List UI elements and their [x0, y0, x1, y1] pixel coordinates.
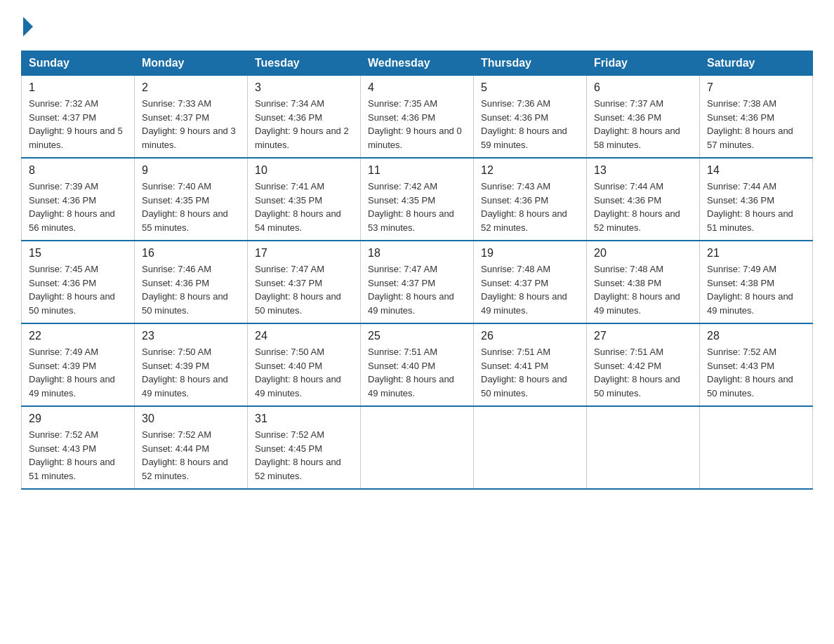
- day-info: Sunrise: 7:49 AMSunset: 4:39 PMDaylight:…: [29, 347, 115, 398]
- day-info: Sunrise: 7:51 AMSunset: 4:40 PMDaylight:…: [368, 347, 454, 398]
- calendar-week-row: 15 Sunrise: 7:45 AMSunset: 4:36 PMDaylig…: [22, 241, 813, 323]
- calendar-cell: 31 Sunrise: 7:52 AMSunset: 4:45 PMDaylig…: [248, 406, 361, 489]
- calendar-cell: 23 Sunrise: 7:50 AMSunset: 4:39 PMDaylig…: [135, 323, 248, 406]
- day-info: Sunrise: 7:52 AMSunset: 4:43 PMDaylight:…: [29, 429, 115, 481]
- calendar-week-row: 1 Sunrise: 7:32 AMSunset: 4:37 PMDayligh…: [22, 76, 813, 159]
- calendar-cell: 10 Sunrise: 7:41 AMSunset: 4:35 PMDaylig…: [248, 158, 361, 241]
- day-number: 9: [142, 164, 240, 177]
- day-info: Sunrise: 7:35 AMSunset: 4:36 PMDaylight:…: [368, 98, 462, 150]
- day-info: Sunrise: 7:38 AMSunset: 4:36 PMDaylight:…: [707, 98, 793, 150]
- day-number: 14: [707, 164, 805, 177]
- day-number: 31: [255, 412, 353, 425]
- calendar-cell: [474, 406, 587, 489]
- calendar-cell: 5 Sunrise: 7:36 AMSunset: 4:36 PMDayligh…: [474, 76, 587, 159]
- day-number: 16: [142, 247, 240, 260]
- calendar-cell: 6 Sunrise: 7:37 AMSunset: 4:36 PMDayligh…: [587, 76, 700, 159]
- day-info: Sunrise: 7:50 AMSunset: 4:40 PMDaylight:…: [255, 347, 341, 398]
- day-number: 24: [255, 330, 353, 342]
- day-info: Sunrise: 7:47 AMSunset: 4:37 PMDaylight:…: [368, 264, 454, 316]
- calendar-cell: 18 Sunrise: 7:47 AMSunset: 4:37 PMDaylig…: [361, 241, 474, 323]
- day-number: 18: [368, 247, 466, 260]
- day-info: Sunrise: 7:44 AMSunset: 4:36 PMDaylight:…: [707, 181, 793, 233]
- day-number: 22: [29, 330, 127, 342]
- calendar-cell: 13 Sunrise: 7:44 AMSunset: 4:36 PMDaylig…: [587, 158, 700, 241]
- day-info: Sunrise: 7:52 AMSunset: 4:43 PMDaylight:…: [707, 347, 793, 398]
- calendar-cell: 9 Sunrise: 7:40 AMSunset: 4:35 PMDayligh…: [135, 158, 248, 241]
- day-number: 19: [481, 247, 579, 260]
- day-info: Sunrise: 7:36 AMSunset: 4:36 PMDaylight:…: [481, 98, 567, 150]
- day-number: 29: [29, 412, 127, 425]
- day-info: Sunrise: 7:50 AMSunset: 4:39 PMDaylight:…: [142, 347, 228, 398]
- calendar-cell: 24 Sunrise: 7:50 AMSunset: 4:40 PMDaylig…: [248, 323, 361, 406]
- calendar-cell: 7 Sunrise: 7:38 AMSunset: 4:36 PMDayligh…: [700, 76, 813, 159]
- calendar-table: Sunday Monday Tuesday Wednesday Thursday…: [21, 51, 813, 490]
- day-number: 6: [594, 81, 692, 94]
- calendar-cell: 2 Sunrise: 7:33 AMSunset: 4:37 PMDayligh…: [135, 76, 248, 159]
- day-info: Sunrise: 7:52 AMSunset: 4:44 PMDaylight:…: [142, 429, 228, 481]
- calendar-cell: 12 Sunrise: 7:43 AMSunset: 4:36 PMDaylig…: [474, 158, 587, 241]
- day-info: Sunrise: 7:37 AMSunset: 4:36 PMDaylight:…: [594, 98, 680, 150]
- header-thursday: Thursday: [474, 51, 587, 76]
- day-number: 2: [142, 81, 240, 94]
- calendar-cell: 26 Sunrise: 7:51 AMSunset: 4:41 PMDaylig…: [474, 323, 587, 406]
- day-number: 11: [368, 164, 466, 177]
- day-number: 20: [594, 247, 692, 260]
- calendar-cell: [587, 406, 700, 489]
- day-info: Sunrise: 7:48 AMSunset: 4:37 PMDaylight:…: [481, 264, 567, 316]
- calendar-cell: [361, 406, 474, 489]
- day-info: Sunrise: 7:32 AMSunset: 4:37 PMDaylight:…: [29, 98, 123, 150]
- calendar-cell: 21 Sunrise: 7:49 AMSunset: 4:38 PMDaylig…: [700, 241, 813, 323]
- day-info: Sunrise: 7:48 AMSunset: 4:38 PMDaylight:…: [594, 264, 680, 316]
- day-number: 30: [142, 412, 240, 425]
- day-info: Sunrise: 7:51 AMSunset: 4:42 PMDaylight:…: [594, 347, 680, 398]
- calendar-cell: 22 Sunrise: 7:49 AMSunset: 4:39 PMDaylig…: [22, 323, 135, 406]
- calendar-week-row: 29 Sunrise: 7:52 AMSunset: 4:43 PMDaylig…: [22, 406, 813, 489]
- day-info: Sunrise: 7:52 AMSunset: 4:45 PMDaylight:…: [255, 429, 341, 481]
- day-number: 3: [255, 81, 353, 94]
- day-number: 23: [142, 330, 240, 342]
- calendar-cell: 8 Sunrise: 7:39 AMSunset: 4:36 PMDayligh…: [22, 158, 135, 241]
- day-number: 4: [368, 81, 466, 94]
- calendar-cell: 20 Sunrise: 7:48 AMSunset: 4:38 PMDaylig…: [587, 241, 700, 323]
- header-sunday: Sunday: [22, 51, 135, 76]
- header-monday: Monday: [135, 51, 248, 76]
- calendar-header-row: Sunday Monday Tuesday Wednesday Thursday…: [22, 51, 813, 76]
- day-info: Sunrise: 7:34 AMSunset: 4:36 PMDaylight:…: [255, 98, 349, 150]
- calendar-cell: 29 Sunrise: 7:52 AMSunset: 4:43 PMDaylig…: [22, 406, 135, 489]
- header-friday: Friday: [587, 51, 700, 76]
- calendar-cell: 30 Sunrise: 7:52 AMSunset: 4:44 PMDaylig…: [135, 406, 248, 489]
- day-info: Sunrise: 7:42 AMSunset: 4:35 PMDaylight:…: [368, 181, 454, 233]
- logo-arrow-icon: [23, 17, 33, 36]
- day-info: Sunrise: 7:43 AMSunset: 4:36 PMDaylight:…: [481, 181, 567, 233]
- header-tuesday: Tuesday: [248, 51, 361, 76]
- calendar-week-row: 22 Sunrise: 7:49 AMSunset: 4:39 PMDaylig…: [22, 323, 813, 406]
- day-info: Sunrise: 7:39 AMSunset: 4:36 PMDaylight:…: [29, 181, 115, 233]
- day-info: Sunrise: 7:33 AMSunset: 4:37 PMDaylight:…: [142, 98, 236, 150]
- day-info: Sunrise: 7:40 AMSunset: 4:35 PMDaylight:…: [142, 181, 228, 233]
- calendar-week-row: 8 Sunrise: 7:39 AMSunset: 4:36 PMDayligh…: [22, 158, 813, 241]
- header-wednesday: Wednesday: [361, 51, 474, 76]
- day-number: 13: [594, 164, 692, 177]
- day-number: 5: [481, 81, 579, 94]
- day-number: 26: [481, 330, 579, 342]
- calendar-cell: 15 Sunrise: 7:45 AMSunset: 4:36 PMDaylig…: [22, 241, 135, 323]
- calendar-cell: 3 Sunrise: 7:34 AMSunset: 4:36 PMDayligh…: [248, 76, 361, 159]
- calendar-cell: 4 Sunrise: 7:35 AMSunset: 4:36 PMDayligh…: [361, 76, 474, 159]
- day-number: 1: [29, 81, 127, 94]
- day-info: Sunrise: 7:45 AMSunset: 4:36 PMDaylight:…: [29, 264, 115, 316]
- day-number: 21: [707, 247, 805, 260]
- page-header: [21, 14, 813, 36]
- day-number: 7: [707, 81, 805, 94]
- calendar-cell: 25 Sunrise: 7:51 AMSunset: 4:40 PMDaylig…: [361, 323, 474, 406]
- day-number: 8: [29, 164, 127, 177]
- day-number: 10: [255, 164, 353, 177]
- day-number: 17: [255, 247, 353, 260]
- calendar-cell: 16 Sunrise: 7:46 AMSunset: 4:36 PMDaylig…: [135, 241, 248, 323]
- day-number: 25: [368, 330, 466, 342]
- day-info: Sunrise: 7:46 AMSunset: 4:36 PMDaylight:…: [142, 264, 228, 316]
- logo: [21, 14, 33, 36]
- day-number: 27: [594, 330, 692, 342]
- day-number: 15: [29, 247, 127, 260]
- calendar-cell: 27 Sunrise: 7:51 AMSunset: 4:42 PMDaylig…: [587, 323, 700, 406]
- day-info: Sunrise: 7:51 AMSunset: 4:41 PMDaylight:…: [481, 347, 567, 398]
